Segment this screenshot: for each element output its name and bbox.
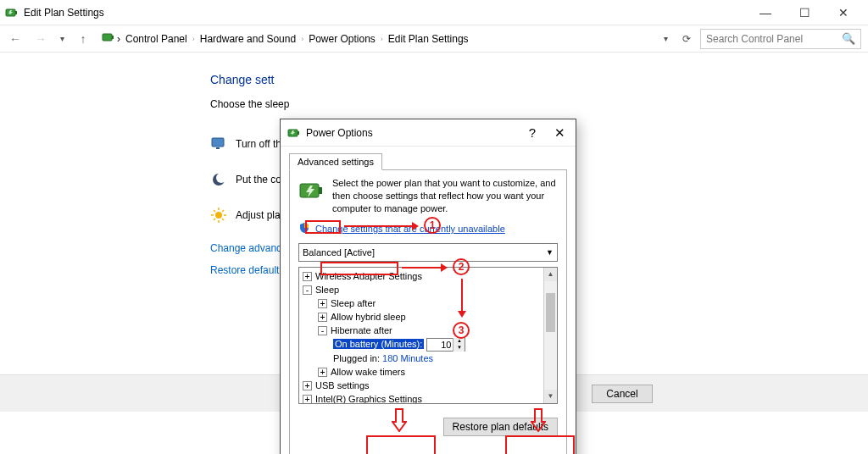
collapse-icon[interactable]: - (303, 285, 312, 295)
back-button[interactable]: ← (3, 29, 27, 49)
scroll-down[interactable]: ▼ (544, 390, 557, 403)
svg-rect-20 (319, 187, 322, 194)
spin-up[interactable]: ▲ (453, 338, 465, 345)
expand-icon[interactable]: + (318, 299, 327, 308)
battery-icon (287, 126, 301, 140)
titlebar: Edit Plan Settings — ☐ ✕ (0, 0, 868, 25)
navbar: ← → ▾ ↑ › Control Panel› Hardware and So… (0, 25, 868, 53)
dialog-intro-text: Select the power plan that you want to c… (332, 177, 558, 215)
tree-item[interactable]: USB settings (315, 380, 370, 390)
help-button[interactable]: ? (526, 125, 539, 141)
expand-icon[interactable]: + (303, 395, 312, 403)
tree-item[interactable]: Intel(R) Graphics Settings (315, 394, 422, 403)
refresh-button[interactable]: ⟳ (676, 29, 697, 49)
expand-icon[interactable]: + (303, 272, 312, 281)
settings-tree[interactable]: +Wireless Adapter Settings -Sleep +Sleep… (299, 268, 543, 403)
svg-line-16 (214, 219, 215, 220)
window-controls: — ☐ ✕ (746, 0, 863, 25)
tree-item[interactable]: Sleep after (331, 298, 376, 308)
plan-dropdown-value: Balanced [Active] (303, 247, 375, 257)
tab-advanced-settings[interactable]: Advanced settings (289, 153, 382, 170)
battery-icon (5, 6, 19, 19)
close-button[interactable]: ✕ (824, 0, 863, 25)
svg-rect-18 (298, 131, 299, 135)
scroll-up[interactable]: ▲ (544, 268, 557, 281)
breadcrumb-item[interactable]: Hardware and Sound (200, 33, 296, 45)
svg-line-13 (214, 210, 215, 212)
history-dropdown[interactable]: ▾ (54, 29, 70, 49)
page-title: Change sett (210, 73, 868, 86)
chevron-down-icon: ▼ (546, 248, 554, 257)
page-subtitle: Choose the sleep (210, 98, 868, 110)
expand-icon[interactable]: + (303, 381, 312, 390)
scroll-thumb[interactable] (546, 293, 555, 332)
tree-item-sleep[interactable]: Sleep (315, 285, 339, 295)
restore-defaults-button[interactable]: Restore plan defaults (443, 418, 558, 436)
row-label: Adjust plan (236, 209, 286, 221)
svg-rect-3 (112, 36, 114, 39)
address-dropdown[interactable]: ▾ (658, 29, 673, 49)
tree-item[interactable]: Allow wake timers (331, 367, 405, 377)
plugged-in-label: Plugged in: (333, 353, 380, 363)
tree-scrollbar[interactable]: ▲ ▼ (543, 268, 557, 403)
forward-button[interactable]: → (29, 29, 53, 49)
svg-rect-1 (15, 11, 17, 14)
search-box[interactable]: 🔍 (700, 29, 861, 49)
svg-point-8 (215, 212, 222, 219)
tree-item-hibernate[interactable]: Hibernate after (331, 325, 392, 335)
power-options-dialog: Power Options ? ✕ Advanced settings Sele… (280, 119, 576, 454)
tree-item[interactable]: Wireless Adapter Settings (315, 271, 422, 281)
svg-rect-2 (103, 34, 112, 41)
tab-content: Select the power plan that you want to c… (289, 169, 567, 454)
window-title: Edit Plan Settings (24, 7, 104, 19)
svg-rect-5 (216, 147, 220, 149)
maximize-button[interactable]: ☐ (785, 0, 824, 25)
breadcrumb-item[interactable]: Control Panel (125, 33, 187, 45)
cancel-button[interactable]: Cancel (592, 385, 653, 403)
dialog-title: Power Options (306, 127, 373, 139)
search-icon: 🔍 (842, 32, 855, 45)
display-icon (210, 136, 227, 152)
expand-icon[interactable]: + (318, 313, 327, 322)
search-input[interactable] (706, 33, 842, 45)
plugged-in-value[interactable]: 180 Minutes (382, 353, 433, 363)
breadcrumb-item[interactable]: Edit Plan Settings (388, 33, 469, 45)
tree-item[interactable]: Allow hybrid sleep (331, 312, 406, 322)
on-battery-label[interactable]: On battery (Minutes): (333, 339, 424, 349)
shield-icon (298, 222, 310, 236)
svg-rect-4 (212, 138, 224, 147)
on-battery-spinner[interactable]: ▲▼ (426, 338, 465, 352)
breadcrumb-item[interactable]: Power Options (309, 33, 376, 45)
expand-icon[interactable]: + (318, 368, 327, 377)
up-button[interactable]: ↑ (71, 29, 95, 49)
spin-down[interactable]: ▼ (453, 345, 465, 352)
svg-line-15 (222, 210, 224, 212)
svg-line-14 (222, 219, 224, 220)
breadcrumb: Control Panel› Hardware and Sound› Power… (125, 33, 656, 45)
breadcrumb-sep: › (117, 33, 120, 45)
moon-icon (210, 171, 227, 188)
dialog-titlebar: Power Options ? ✕ (281, 119, 576, 147)
plan-dropdown[interactable]: Balanced [Active] ▼ (298, 243, 558, 262)
sun-icon (210, 207, 227, 224)
change-unavailable-link[interactable]: Change settings that are currently unava… (315, 224, 505, 234)
on-battery-input[interactable] (427, 340, 453, 350)
minimize-button[interactable]: — (746, 0, 785, 25)
battery-icon (102, 30, 115, 47)
dialog-close-button[interactable]: ✕ (551, 125, 569, 141)
power-plan-icon (298, 177, 326, 204)
tab-strip: Advanced settings (289, 152, 567, 170)
collapse-icon[interactable]: - (318, 326, 327, 335)
